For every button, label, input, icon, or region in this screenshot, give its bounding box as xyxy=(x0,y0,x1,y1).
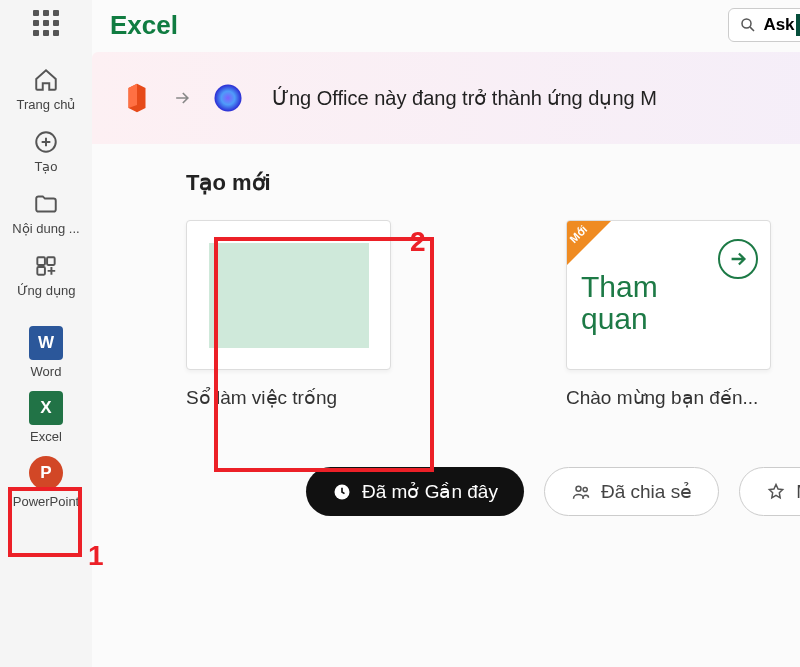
sidebar-app-excel[interactable]: X Excel xyxy=(0,385,92,450)
tab-label: Đã mở Gần đây xyxy=(362,480,498,503)
template-welcome-tour[interactable]: Mới Thamquan Chào mừng bạn đến... xyxy=(566,220,786,409)
office-icon xyxy=(120,81,154,115)
apps-icon xyxy=(32,252,60,280)
arrow-circle-icon xyxy=(718,239,758,279)
nav-home[interactable]: Trang chủ xyxy=(0,58,92,120)
svg-point-7 xyxy=(576,486,581,491)
people-icon xyxy=(571,482,591,502)
template-blank-workbook[interactable]: Sổ làm việc trống xyxy=(186,220,406,409)
powerpoint-icon: P xyxy=(29,456,63,490)
svg-rect-2 xyxy=(47,257,55,265)
nav-apps[interactable]: Ứng dụng xyxy=(0,244,92,306)
waffle-icon xyxy=(33,10,59,36)
tab-favorites[interactable]: Mục yêu xyxy=(739,467,800,516)
tab-label: Mục yêu xyxy=(796,480,800,503)
nav-label: Trang chủ xyxy=(17,97,76,112)
migration-banner: Ứng Office này đang trở thành ứng dụng M xyxy=(92,52,800,144)
app-label: PowerPoint xyxy=(13,494,79,509)
nav-content[interactable]: Nội dung ... xyxy=(0,182,92,244)
arrow-right-icon xyxy=(172,88,192,108)
svg-point-4 xyxy=(742,19,751,28)
tab-recent[interactable]: Đã mở Gần đây xyxy=(306,467,524,516)
nav-label: Ứng dụng xyxy=(17,283,76,298)
blank-workbook-thumbnail xyxy=(186,220,391,370)
search-icon xyxy=(739,16,757,34)
search-input[interactable]: Askany xyxy=(728,8,800,42)
template-label: Chào mừng bạn đến... xyxy=(566,386,758,409)
nav-label: Tạo xyxy=(34,159,57,174)
filter-tabs: Đã mở Gần đây Đã chia sẻ Mục yêu xyxy=(306,467,800,516)
svg-rect-3 xyxy=(37,267,45,275)
svg-point-8 xyxy=(583,487,587,491)
nav-create[interactable]: Tạo xyxy=(0,120,92,182)
star-icon xyxy=(766,482,786,502)
header: Excel Askany xyxy=(92,0,800,52)
home-icon xyxy=(32,66,60,94)
app-launcher-button[interactable] xyxy=(29,6,63,40)
sidebar-app-powerpoint[interactable]: P PowerPoint xyxy=(0,450,92,515)
svg-rect-1 xyxy=(37,257,45,265)
app-label: Word xyxy=(31,364,62,379)
banner-text: Ứng Office này đang trở thành ứng dụng M xyxy=(272,86,657,110)
svg-point-5 xyxy=(215,85,242,112)
app-label: Excel xyxy=(30,429,62,444)
tab-shared[interactable]: Đã chia sẻ xyxy=(544,467,719,516)
word-icon: W xyxy=(29,326,63,360)
folder-icon xyxy=(32,190,60,218)
template-label: Sổ làm việc trống xyxy=(186,386,337,409)
clock-icon xyxy=(332,482,352,502)
plus-circle-icon xyxy=(32,128,60,156)
tab-label: Đã chia sẻ xyxy=(601,480,692,503)
section-title: Tạo mới xyxy=(186,170,800,196)
page-title: Excel xyxy=(110,10,178,41)
create-new-section: Tạo mới Sổ làm việc trống Mới Thamquan xyxy=(92,144,800,516)
excel-icon: X xyxy=(29,391,63,425)
left-sidebar: Trang chủ Tạo Nội dung ... Ứng dụng W Wo… xyxy=(0,0,92,667)
m365-icon xyxy=(210,80,246,116)
sidebar-app-word[interactable]: W Word xyxy=(0,320,92,385)
banner-icons xyxy=(120,80,246,116)
tour-thumbnail: Mới Thamquan xyxy=(566,220,771,370)
main-content: Excel Askany Ứng Office này đang trở thà… xyxy=(92,0,800,667)
nav-label: Nội dung ... xyxy=(12,221,79,236)
askany-logo: Askany xyxy=(763,14,800,36)
